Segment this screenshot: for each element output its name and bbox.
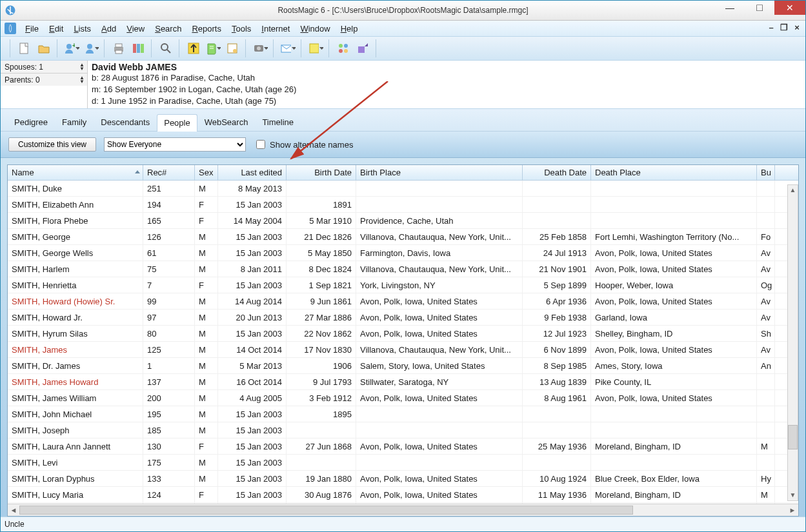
mdi-buttons: – ❐ × [767, 23, 801, 32]
mdi-minimize[interactable]: – [767, 23, 776, 32]
table-row[interactable]: SMITH, Howard Jr.97M20 Jun 201327 Mar 18… [8, 310, 798, 326]
table-row[interactable]: SMITH, Hyrum Silas80M15 Jan 200322 Nov 1… [8, 326, 798, 342]
menu-file[interactable]: File [20, 21, 44, 36]
cell-edit: 15 Jan 2003 [218, 471, 287, 486]
menu-help[interactable]: Help [336, 21, 363, 36]
menu-tools[interactable]: Tools [227, 21, 256, 36]
email-button[interactable] [279, 40, 296, 57]
alt-names-wrap[interactable]: Show alternate names [254, 138, 353, 151]
new-file-button[interactable] [16, 40, 33, 57]
table-row[interactable]: SMITH, Henrietta7F15 Jan 20031 Sep 1821Y… [8, 277, 798, 293]
table-row[interactable]: SMITH, Joseph185M15 Jan 2003 [8, 422, 798, 438]
tab-people[interactable]: People [157, 114, 197, 132]
spouses-row[interactable]: Spouses: 1 ▲▼ [1, 61, 87, 74]
table-row[interactable]: SMITH, Dr. James1M5 Mar 20131906Salem, S… [8, 358, 798, 374]
mdi-close[interactable]: × [792, 23, 801, 32]
col-header-bu[interactable]: Bu [757, 165, 775, 180]
vscroll-thumb[interactable] [788, 425, 798, 449]
menu-view[interactable]: View [121, 21, 150, 36]
cell-sex: M [195, 261, 218, 277]
table-row[interactable]: SMITH, George126M15 Jan 200321 Dec 1826V… [8, 229, 798, 245]
vertical-scrollbar[interactable]: ▲ ▼ [787, 184, 798, 501]
cell-name: SMITH, George [8, 229, 143, 244]
tab-family[interactable]: Family [55, 113, 94, 131]
tab-timeline[interactable]: Timeline [255, 113, 301, 131]
tab-pedigree[interactable]: Pedigree [7, 113, 55, 131]
scroll-right-icon[interactable]: ► [787, 506, 798, 514]
table-row[interactable]: SMITH, Laura Ann Jannett130F15 Jan 20032… [8, 438, 798, 455]
col-header-sex[interactable]: Sex [195, 165, 218, 180]
table-row[interactable]: SMITH, Elizabeth Ann194F15 Jan 20031891 [8, 197, 798, 213]
media-button[interactable] [252, 40, 268, 57]
menu-window[interactable]: Window [295, 21, 335, 36]
cell-edit: 15 Jan 2003 [218, 197, 287, 212]
menu-edit[interactable]: Edit [44, 21, 68, 36]
table-row[interactable]: SMITH, Levi175M15 Jan 2003 [8, 455, 798, 471]
open-file-button[interactable] [35, 40, 52, 57]
cell-bu: M [757, 487, 775, 502]
chevron-down-icon: ▲▼ [79, 76, 85, 84]
menu-lists[interactable]: Lists [68, 21, 96, 36]
scroll-down-icon[interactable]: ▼ [788, 490, 798, 500]
sources-button[interactable] [205, 40, 221, 57]
table-row[interactable]: SMITH, Howard (Howie) Sr.99M14 Aug 20149… [8, 293, 798, 310]
col-header-name[interactable]: Name [8, 165, 143, 180]
cell-name: SMITH, Dr. James [8, 358, 143, 373]
tab-descendants[interactable]: Descendants [94, 113, 157, 131]
hscroll-thumb[interactable] [19, 506, 633, 515]
table-row[interactable]: SMITH, James Howard137M16 Oct 20149 Jul … [8, 374, 798, 390]
tab-websearch[interactable]: WebSearch [197, 113, 256, 131]
add-person-button[interactable]: + [63, 40, 80, 57]
cell-bu: M [757, 438, 775, 454]
horizontal-scrollbar[interactable]: ◄ ► [8, 504, 798, 516]
close-button[interactable]: ✕ [774, 1, 805, 15]
cell-rec: 200 [143, 390, 195, 406]
grid-body[interactable]: SMITH, Duke251M8 May 2013SMITH, Elizabet… [8, 181, 798, 504]
maximize-button[interactable]: □ [745, 1, 774, 15]
mdi-restore[interactable]: ❐ [780, 23, 789, 32]
col-header-bdate[interactable]: Birth Date [287, 165, 356, 180]
cell-bu: Av [757, 293, 775, 309]
print-button[interactable] [110, 40, 127, 57]
table-row[interactable]: SMITH, John Michael195M15 Jan 20031895 [8, 406, 798, 422]
table-row[interactable]: SMITH, Flora Phebe165F14 May 20045 Mar 1… [8, 213, 798, 229]
research-button[interactable] [185, 40, 202, 57]
hscroll-track[interactable] [19, 506, 787, 515]
col-header-rec[interactable]: Rec# [143, 165, 195, 180]
publish-button[interactable] [130, 40, 146, 57]
svg-rect-11 [141, 44, 144, 53]
filter-select[interactable]: Show Everyone [104, 137, 246, 152]
cell-bplace [356, 197, 523, 212]
alt-names-checkbox[interactable] [256, 140, 265, 149]
col-header-dplace[interactable]: Death Place [591, 165, 757, 180]
cell-name: SMITH, James Howard [8, 374, 143, 389]
share-button[interactable] [354, 40, 371, 57]
cell-bplace: Avon, Polk, Iowa, United States [356, 390, 523, 406]
table-row[interactable]: SMITH, Loran Dyphus133M15 Jan 200319 Jan… [8, 471, 798, 487]
parents-row[interactable]: Parents: 0 ▲▼ [1, 74, 87, 86]
scroll-left-icon[interactable]: ◄ [8, 506, 19, 514]
table-row[interactable]: SMITH, Lucy Maria124F15 Jan 200330 Aug 1… [8, 487, 798, 503]
menu-add[interactable]: Add [96, 21, 121, 36]
scroll-up-icon[interactable]: ▲ [788, 185, 798, 195]
col-header-bplace[interactable]: Birth Place [356, 165, 523, 180]
table-row[interactable]: SMITH, George Wells61M15 Jan 20035 May 1… [8, 245, 798, 261]
vscroll-track[interactable] [788, 195, 798, 490]
edit-person-button[interactable] [83, 40, 99, 57]
table-row[interactable]: SMITH, Duke251M8 May 2013 [8, 181, 798, 197]
search-button[interactable] [157, 40, 174, 57]
cell-dplace: Avon, Polk, Iowa, United States [591, 261, 757, 277]
table-row[interactable]: SMITH, James William200M4 Aug 20053 Feb … [8, 390, 798, 406]
menu-search[interactable]: Search [150, 21, 186, 36]
col-header-ddate[interactable]: Death Date [523, 165, 591, 180]
col-header-edit[interactable]: Last edited [218, 165, 287, 180]
customize-view-button[interactable]: Customize this view [8, 137, 96, 152]
menu-internet[interactable]: Internet [256, 21, 295, 36]
table-row[interactable]: SMITH, Harlem75M8 Jan 20118 Dec 1824Vill… [8, 261, 798, 277]
notes-button[interactable] [307, 40, 324, 57]
certificate-button[interactable] [224, 40, 241, 57]
minimize-button[interactable]: — [715, 1, 745, 15]
menu-reports[interactable]: Reports [186, 21, 227, 36]
table-row[interactable]: SMITH, James125M14 Oct 201417 Nov 1830Vi… [8, 342, 798, 358]
familysearch-button[interactable] [335, 40, 352, 57]
